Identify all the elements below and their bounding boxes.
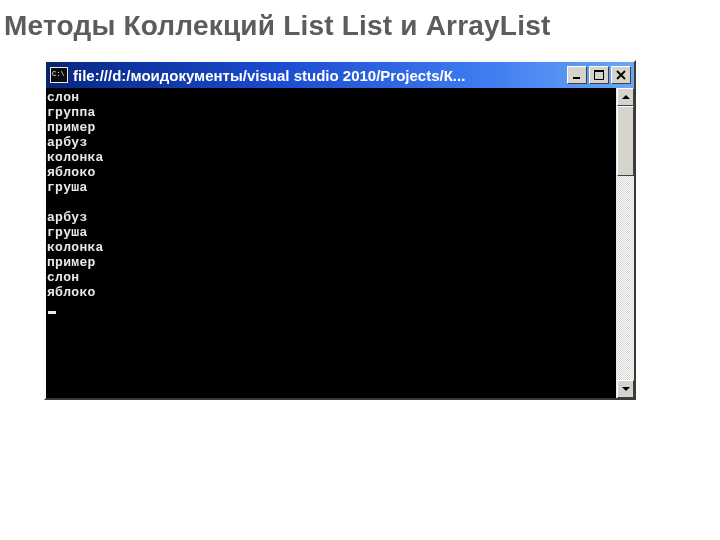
window-title: file:///d:/моидокументы/visual studio 20… <box>73 67 567 84</box>
svg-marker-5 <box>622 95 630 99</box>
output-line: пример <box>47 120 616 135</box>
output-line: колонка <box>47 150 616 165</box>
window-controls <box>567 66 631 84</box>
svg-marker-6 <box>622 387 630 391</box>
vertical-scrollbar[interactable] <box>616 88 634 398</box>
scroll-up-button[interactable] <box>617 88 634 106</box>
console-output: слон группа пример арбуз колонка яблоко … <box>46 88 616 398</box>
chevron-up-icon <box>622 93 630 101</box>
console-icon <box>50 67 68 83</box>
console-body: слон группа пример арбуз колонка яблоко … <box>46 88 634 398</box>
scroll-track[interactable] <box>617 106 634 380</box>
close-icon <box>616 70 626 80</box>
svg-rect-0 <box>573 77 580 79</box>
output-line: слон <box>47 90 616 105</box>
maximize-icon <box>594 70 604 80</box>
output-line: груша <box>47 180 616 195</box>
output-line: арбуз <box>47 210 616 225</box>
output-line: пример <box>47 255 616 270</box>
output-line: группа <box>47 105 616 120</box>
cursor <box>48 311 56 314</box>
scroll-thumb[interactable] <box>617 106 634 176</box>
minimize-icon <box>572 70 582 80</box>
cursor-line <box>47 300 616 315</box>
chevron-down-icon <box>622 385 630 393</box>
console-window: file:///d:/моидокументы/visual studio 20… <box>44 60 636 400</box>
output-blank <box>47 195 616 210</box>
slide-title: Методы Коллекций List List и ArrayList <box>0 0 720 60</box>
output-line: слон <box>47 270 616 285</box>
output-line: яблоко <box>47 285 616 300</box>
output-line: яблоко <box>47 165 616 180</box>
titlebar[interactable]: file:///d:/моидокументы/visual studio 20… <box>46 62 634 88</box>
output-line: арбуз <box>47 135 616 150</box>
svg-rect-2 <box>594 70 604 72</box>
scroll-down-button[interactable] <box>617 380 634 398</box>
maximize-button[interactable] <box>589 66 609 84</box>
close-button[interactable] <box>611 66 631 84</box>
output-line: груша <box>47 225 616 240</box>
minimize-button[interactable] <box>567 66 587 84</box>
output-line: колонка <box>47 240 616 255</box>
